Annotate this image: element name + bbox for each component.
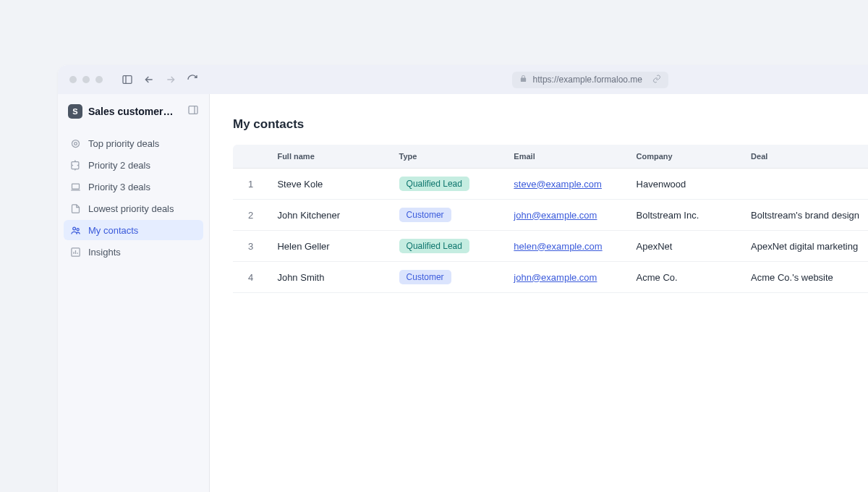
type-badge: Qualified Lead	[399, 239, 469, 253]
sidebar-item-label: Insights	[88, 247, 121, 258]
sidebar-item-label: Priority 3 deals	[88, 182, 150, 192]
svg-rect-2	[189, 106, 197, 114]
sidebar-item-label: Top priority deals	[88, 138, 159, 149]
workspace-title: Sales customer…	[88, 106, 182, 117]
workspace-badge: S	[68, 104, 82, 119]
table-header-row: Full nameTypeEmailCompanyDeal	[233, 145, 868, 169]
row-number: 2	[233, 200, 268, 231]
app-window: https://example.formaloo.me S Sales cust…	[58, 65, 868, 492]
page-title: My contacts	[233, 117, 868, 132]
url-text: https://example.formaloo.me	[533, 75, 642, 85]
cell-email: helen@example.com	[505, 231, 627, 262]
svg-point-8	[77, 228, 79, 230]
sidebar-item-label: Lowest priority deals	[88, 203, 174, 214]
cell-type: Customer	[391, 200, 506, 231]
cell-company: ApexNet	[628, 231, 743, 262]
laptop-icon	[69, 181, 81, 192]
email-link[interactable]: john@example.com	[514, 210, 597, 221]
cell-company: Boltstream Inc.	[628, 200, 743, 231]
table-row[interactable]: 1Steve KoleQualified Leadsteve@example.c…	[233, 169, 868, 200]
puzzle-icon	[69, 159, 81, 171]
cell-full-name: Helen Geller	[268, 231, 390, 262]
svg-rect-6	[72, 184, 79, 189]
workspace-header[interactable]: S Sales customer…	[64, 101, 203, 129]
sidebar-item-top-priority-deals[interactable]: Top priority deals	[64, 133, 203, 153]
column-header[interactable]: Type	[391, 145, 506, 169]
cell-full-name: John Kitchener	[268, 200, 390, 231]
cell-email: john@example.com	[505, 200, 627, 231]
sidebar-item-label: My contacts	[88, 225, 138, 236]
sidebar-item-insights[interactable]: Insights	[64, 242, 203, 262]
chart-icon	[69, 246, 81, 258]
type-badge: Customer	[399, 270, 451, 284]
cell-type: Customer	[391, 262, 506, 293]
svg-point-4	[72, 140, 79, 147]
contacts-table: Full nameTypeEmailCompanyDeal 1Steve Kol…	[233, 145, 868, 293]
cell-full-name: John Smith	[268, 262, 390, 293]
sidebar-item-my-contacts[interactable]: My contacts	[64, 220, 203, 240]
panel-toggle-icon[interactable]	[187, 104, 199, 119]
cell-company: Acme Co.	[628, 262, 743, 293]
email-link[interactable]: steve@example.com	[514, 179, 602, 190]
cell-email: steve@example.com	[505, 169, 627, 200]
link-icon[interactable]	[652, 75, 661, 85]
cell-deal: ApexNet digital marketing	[742, 231, 868, 262]
target-icon	[69, 137, 81, 149]
row-number: 3	[233, 231, 268, 262]
close-window-button[interactable]	[69, 76, 77, 83]
sidebar-item-priority-2-deals[interactable]: Priority 2 deals	[64, 155, 203, 175]
svg-point-7	[72, 227, 75, 230]
cell-full-name: Steve Kole	[268, 169, 390, 200]
cell-deal	[742, 169, 868, 200]
column-header[interactable]: Company	[628, 145, 743, 169]
sidebar-item-lowest-priority-deals[interactable]: Lowest priority deals	[64, 198, 203, 219]
traffic-lights	[69, 76, 103, 83]
back-icon[interactable]	[143, 74, 155, 85]
table-row[interactable]: 3Helen GellerQualified Leadhelen@example…	[233, 231, 868, 262]
cell-deal: Boltstream's brand design	[742, 200, 868, 231]
column-header[interactable]: Full name	[268, 145, 390, 169]
type-badge: Customer	[399, 208, 451, 222]
row-number: 4	[233, 262, 268, 293]
sidebar: S Sales customer… Top priority dealsPrio…	[58, 94, 210, 492]
cell-email: john@example.com	[505, 262, 627, 293]
titlebar: https://example.formaloo.me	[58, 65, 868, 94]
column-header[interactable]: Email	[505, 145, 627, 169]
maximize-window-button[interactable]	[95, 76, 103, 83]
email-link[interactable]: helen@example.com	[514, 241, 602, 252]
svg-point-5	[74, 142, 77, 145]
minimize-window-button[interactable]	[82, 76, 90, 83]
column-header[interactable]	[233, 145, 268, 169]
cell-deal: Acme Co.'s website	[742, 262, 868, 293]
cell-type: Qualified Lead	[391, 231, 506, 262]
reload-icon[interactable]	[187, 74, 198, 85]
cell-company: Havenwood	[628, 169, 743, 200]
users-icon	[69, 224, 81, 236]
type-badge: Qualified Lead	[399, 177, 469, 191]
table-row[interactable]: 2John KitchenerCustomerjohn@example.comB…	[233, 200, 868, 231]
cell-type: Qualified Lead	[391, 169, 506, 200]
email-link[interactable]: john@example.com	[514, 272, 597, 283]
nav-list: Top priority dealsPriority 2 dealsPriori…	[64, 133, 203, 262]
column-header[interactable]: Deal	[742, 145, 868, 169]
sidebar-toggle-icon[interactable]	[122, 74, 133, 85]
sidebar-item-label: Priority 2 deals	[88, 160, 150, 171]
forward-icon[interactable]	[165, 74, 176, 85]
main-content: My contacts Full nameTypeEmailCompanyDea…	[210, 94, 868, 492]
lock-icon	[519, 75, 527, 85]
file-icon	[69, 203, 81, 214]
svg-rect-0	[123, 76, 132, 84]
sidebar-item-priority-3-deals[interactable]: Priority 3 deals	[64, 177, 203, 197]
table-row[interactable]: 4John SmithCustomerjohn@example.comAcme …	[233, 262, 868, 293]
url-bar[interactable]: https://example.formaloo.me	[512, 72, 668, 88]
row-number: 1	[233, 169, 268, 200]
